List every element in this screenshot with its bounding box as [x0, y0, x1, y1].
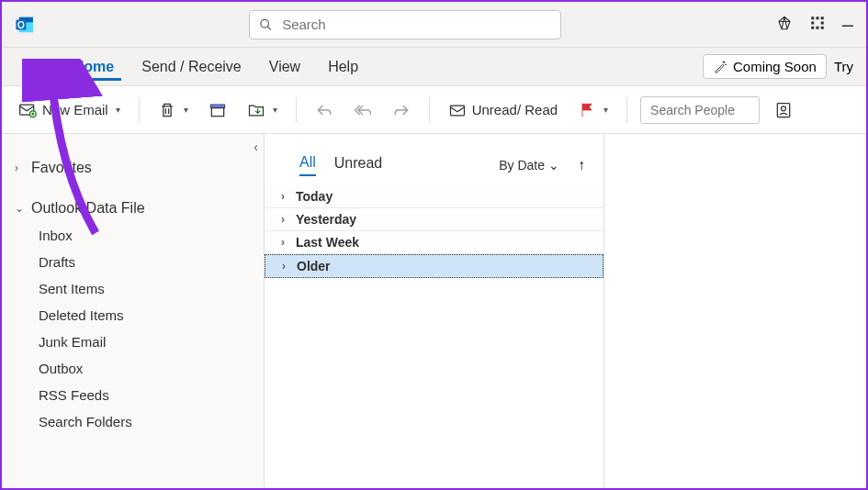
message-list-pane: All Unread By Date ⌄ ↑ ›Today ›Yesterday…	[265, 134, 604, 488]
reply-all-button[interactable]	[348, 97, 378, 123]
folder-drafts[interactable]: Drafts	[26, 249, 264, 275]
trash-icon	[158, 101, 176, 119]
folder-pane: ‹ › Favorites ⌄ Outlook Data File Inbox …	[2, 134, 265, 488]
new-email-button[interactable]: New Email ▾	[13, 97, 126, 123]
collapse-pane-icon[interactable]: ‹	[254, 139, 258, 154]
forward-icon	[392, 101, 411, 119]
svg-rect-10	[821, 21, 824, 24]
svg-point-4	[261, 19, 269, 28]
sort-by-button[interactable]: By Date ⌄	[499, 158, 559, 173]
archive-button[interactable]	[203, 97, 232, 123]
global-search[interactable]	[249, 10, 561, 39]
folder-deleted-items[interactable]: Deleted Items	[26, 302, 264, 329]
unread-read-button[interactable]: Unread/ Read	[443, 97, 563, 123]
search-icon	[259, 17, 273, 32]
chevron-down-icon[interactable]: ▾	[603, 105, 608, 115]
coming-soon-label: Coming Soon	[733, 59, 817, 74]
favorites-header[interactable]: › Favorites	[2, 156, 264, 180]
sort-by-label: By Date	[499, 158, 545, 173]
tab-unread[interactable]: Unread	[334, 155, 382, 175]
new-email-label: New Email	[42, 102, 108, 117]
chevron-down-icon[interactable]: ▾	[273, 105, 277, 115]
folder-outbox[interactable]: Outbox	[26, 355, 264, 382]
group-older[interactable]: ›Older	[265, 254, 603, 278]
reply-button[interactable]	[310, 97, 339, 123]
svg-rect-11	[811, 26, 814, 28]
datafile-label: Outlook Data File	[31, 200, 145, 217]
move-to-folder-icon	[247, 101, 265, 119]
new-email-icon	[18, 101, 37, 119]
group-today[interactable]: ›Today	[265, 185, 603, 208]
ribbon: New Email ▾ ▾ ▾ Unread/ Read	[2, 86, 866, 134]
unread-read-label: Unread/ Read	[472, 102, 558, 117]
svg-rect-13	[821, 26, 824, 28]
chevron-right-icon: ›	[281, 236, 296, 249]
group-yesterday[interactable]: ›Yesterday	[265, 208, 603, 231]
move-button[interactable]: ▾	[242, 97, 283, 123]
folder-search-folders[interactable]: Search Folders	[26, 408, 264, 435]
svg-rect-12	[816, 26, 818, 28]
group-label: Older	[297, 259, 331, 273]
wand-icon	[713, 60, 727, 74]
favorites-label: Favorites	[31, 160, 92, 176]
svg-rect-6	[811, 17, 814, 19]
coming-soon-button[interactable]: Coming Soon	[703, 54, 827, 79]
title-bar: –	[2, 2, 866, 48]
search-people-input[interactable]	[650, 103, 750, 117]
outlook-logo-icon	[15, 15, 35, 35]
svg-rect-19	[450, 106, 464, 116]
chevron-down-icon[interactable]: ▾	[116, 105, 120, 115]
chevron-right-icon: ›	[281, 213, 296, 226]
chevron-down-icon: ⌄	[548, 158, 559, 173]
envelope-icon	[448, 101, 467, 119]
chevron-right-icon: ›	[282, 260, 297, 273]
svg-line-5	[268, 26, 272, 29]
group-label: Last Week	[296, 235, 359, 250]
group-label: Today	[296, 189, 333, 204]
flag-icon	[578, 101, 596, 119]
chevron-right-icon: ›	[281, 190, 296, 203]
menu-send-receive[interactable]: Send / Receive	[134, 53, 249, 81]
svg-rect-18	[211, 107, 223, 116]
archive-icon	[209, 101, 227, 119]
menu-file[interactable]: File	[15, 53, 53, 81]
folder-junk-email[interactable]: Junk Email	[26, 329, 264, 355]
menu-bar: File Home Send / Receive View Help Comin…	[2, 48, 866, 86]
svg-rect-20	[777, 103, 789, 117]
flag-button[interactable]: ▾	[572, 97, 614, 123]
chevron-down-icon[interactable]: ▾	[184, 105, 188, 115]
group-last-week[interactable]: ›Last Week	[265, 231, 603, 254]
try-label[interactable]: Try	[834, 59, 853, 74]
folder-inbox[interactable]: Inbox	[26, 222, 264, 249]
premium-icon[interactable]	[776, 15, 793, 35]
svg-rect-9	[811, 21, 814, 24]
group-label: Yesterday	[296, 212, 356, 227]
svg-rect-8	[821, 17, 824, 19]
tab-all[interactable]: All	[299, 154, 316, 176]
svg-rect-7	[816, 17, 818, 19]
svg-point-21	[782, 106, 786, 110]
reading-pane	[604, 134, 866, 488]
menu-view[interactable]: View	[262, 53, 308, 81]
address-book-icon	[774, 101, 793, 119]
reply-all-icon	[354, 101, 372, 119]
global-search-input[interactable]	[282, 17, 551, 32]
address-book-button[interactable]	[769, 97, 798, 123]
reply-icon	[315, 101, 333, 119]
datafile-header[interactable]: ⌄ Outlook Data File	[2, 196, 264, 220]
menu-home[interactable]: Home	[66, 53, 121, 81]
folder-sent-items[interactable]: Sent Items	[26, 275, 264, 302]
folder-rss-feeds[interactable]: RSS Feeds	[26, 382, 264, 408]
chevron-right-icon: ›	[15, 161, 28, 174]
qr-icon[interactable]	[809, 15, 826, 35]
delete-button[interactable]: ▾	[152, 97, 194, 123]
menu-help[interactable]: Help	[321, 53, 366, 81]
chevron-down-icon: ⌄	[15, 202, 28, 215]
sort-direction-button[interactable]: ↑	[578, 157, 585, 173]
search-people[interactable]	[640, 96, 760, 124]
forward-button[interactable]	[387, 97, 416, 123]
